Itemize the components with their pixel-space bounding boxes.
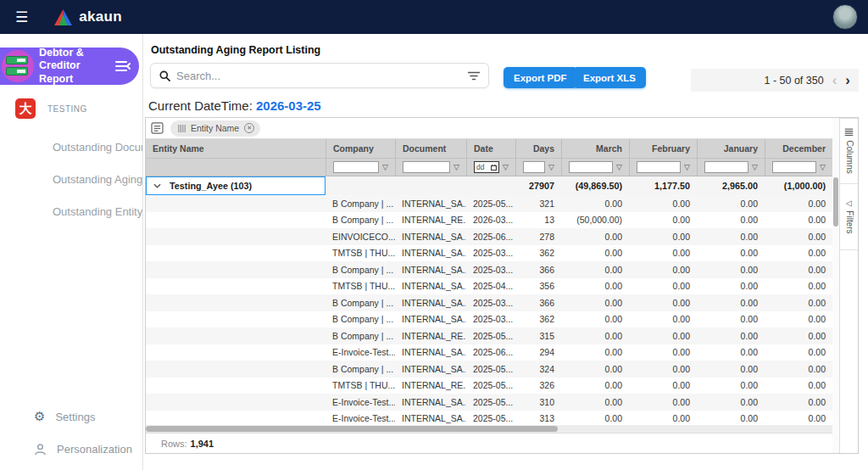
cell-document[interactable]: INTERNAL_SA... [395,394,466,411]
company-funnel-icon[interactable]: ▽ [382,163,388,171]
cell-document[interactable]: INTERNAL_SA... [395,261,466,278]
january-funnel-icon[interactable]: ▽ [752,163,758,171]
december-filter-input[interactable] [772,161,816,173]
cell-document[interactable]: INTERNAL_SA... [395,195,466,212]
cell-december[interactable]: 0.00 [765,327,832,344]
document-filter-input[interactable] [403,161,450,173]
sidebar-item-outstanding-aging[interactable]: Outstanding Aging Repo [0,163,142,195]
cell-document[interactable]: INTERNAL_SA... [395,411,466,426]
vertical-scrollbar[interactable] [832,118,839,453]
table-row[interactable]: B Company | ... INTERNAL_SA... 2025-03..… [146,294,832,311]
cell-march[interactable]: 0.00 [561,311,629,328]
group-cell-entity[interactable]: Testing_Ayee (103) [146,176,326,195]
cell-december[interactable]: 0.00 [765,261,832,278]
table-row[interactable]: B Company | ... INTERNAL_SA... 2025-03..… [146,261,832,278]
cell-march[interactable]: 0.00 [561,261,629,278]
cell-date[interactable]: 2025-03... [466,245,515,262]
cell-january[interactable]: 0.00 [697,411,765,426]
cell-company[interactable]: B Company | ... [326,195,395,212]
cell-december[interactable]: 0.00 [765,195,832,212]
filter-list-icon[interactable] [468,71,480,81]
days-funnel-icon[interactable]: ▽ [548,163,554,171]
cell-january[interactable]: 0.00 [697,228,765,245]
cell-company[interactable]: B Company | ... [326,294,395,311]
table-row[interactable]: B Company | ... INTERNAL_RE... 2025-05..… [146,327,832,344]
cell-days[interactable]: 278 [515,228,561,245]
cell-january[interactable]: 0.00 [697,278,765,295]
prev-page-icon[interactable]: ‹ [832,73,837,87]
cell-company[interactable]: TMTSB | THU... [326,278,395,295]
cell-company[interactable]: E-Invoice-Test... [326,411,395,426]
cell-february[interactable]: 0.00 [629,394,697,411]
cell-march[interactable]: 0.00 [561,378,629,394]
personalization-item[interactable]: Personalization [0,433,142,465]
cell-days[interactable]: 356 [515,278,561,295]
cell-december[interactable]: 0.00 [765,378,832,394]
cell-date[interactable]: 2025-06... [466,344,515,361]
cell-days[interactable]: 362 [515,311,561,328]
table-row[interactable]: EINVOICECO... INTERNAL_SA... 2025-06... … [146,228,832,245]
chip-remove-icon[interactable]: ✕ [244,123,254,133]
date-filter-input[interactable]: dd [474,161,499,173]
cell-december[interactable]: 0.00 [765,294,832,311]
cell-january[interactable]: 0.00 [697,327,765,344]
table-row[interactable]: TMTSB | THU... INTERNAL_SA... 2025-03...… [146,245,832,262]
cell-document[interactable]: INTERNAL_SA... [395,361,466,378]
user-avatar[interactable] [832,4,858,30]
cell-days[interactable]: 13 [515,212,561,229]
cell-february[interactable]: 0.00 [629,228,697,245]
cell-february[interactable]: 0.00 [629,212,697,229]
chevron-down-icon[interactable] [153,183,161,188]
cell-date[interactable]: 2026-03... [466,212,515,229]
cell-january[interactable]: 0.00 [697,212,765,229]
cell-date[interactable]: 2025-03... [466,311,515,328]
cell-company[interactable]: B Company | ... [326,327,395,344]
table-row[interactable]: B Company | ... INTERNAL_SA... 2025-05..… [146,195,832,212]
cell-document[interactable]: INTERNAL_RE... [395,212,466,229]
cell-march[interactable]: 0.00 [561,411,629,426]
cell-february[interactable]: 0.00 [629,294,697,311]
cell-days[interactable]: 310 [515,394,561,411]
cell-date[interactable]: 2025-06... [466,228,515,245]
cell-document[interactable]: INTERNAL_RE... [395,378,466,394]
cell-march[interactable]: 0.00 [561,344,629,361]
document-funnel-icon[interactable]: ▽ [453,163,459,171]
january-filter-input[interactable] [704,161,748,173]
cell-december[interactable]: 0.00 [765,228,832,245]
cell-date[interactable]: 2025-05... [466,361,515,378]
cell-company[interactable]: B Company | ... [326,361,395,378]
group-panel-icon[interactable] [151,122,164,134]
cell-company[interactable]: E-Invoice-Test... [326,344,395,361]
sidebar-collapse-icon[interactable] [115,60,131,72]
cell-january[interactable]: 0.00 [697,245,765,262]
december-funnel-icon[interactable]: ▽ [820,163,826,171]
table-row[interactable]: B Company | ... INTERNAL_SA... 2025-03..… [146,311,832,328]
cell-document[interactable]: INTERNAL_SA... [395,228,466,245]
cell-january[interactable]: 0.00 [697,344,765,361]
cell-march[interactable]: 0.00 [561,245,629,262]
table-row[interactable]: B Company | ... INTERNAL_RE... 2026-03..… [146,212,832,229]
february-funnel-icon[interactable]: ▽ [684,163,690,171]
cell-march[interactable]: 0.00 [561,327,629,344]
cell-company[interactable]: TMTSB | THU... [326,378,395,394]
cell-march[interactable]: (50,000.00) [561,212,629,229]
col-header-january[interactable]: January [697,139,765,158]
table-row[interactable]: E-Invoice-Test... INTERNAL_SA... 2025-05… [146,411,832,426]
cell-days[interactable]: 313 [515,411,561,426]
settings-item[interactable]: ⚙ Settings [0,400,142,433]
cell-january[interactable]: 0.00 [697,394,765,411]
group-chip-entity-name[interactable]: Entity Name ✕ [170,120,260,137]
cell-document[interactable]: INTERNAL_SA... [395,311,466,328]
cell-february[interactable]: 0.00 [629,278,697,295]
february-filter-input[interactable] [637,161,681,173]
cell-march[interactable]: 0.00 [561,294,629,311]
cell-company[interactable]: E-Invoice-Test... [326,394,395,411]
cell-date[interactable]: 2025-05... [466,378,515,394]
cell-january[interactable]: 0.00 [697,311,765,328]
cell-company[interactable]: TMTSB | THU... [326,245,395,262]
cell-january[interactable]: 0.00 [697,195,765,212]
sidebar-item-outstanding-entity[interactable]: Outstanding Entity Repor [0,195,142,227]
cell-february[interactable]: 0.00 [629,344,697,361]
tab-columns[interactable]: Columns [840,118,858,184]
export-pdf-button[interactable]: Export PDF [504,67,577,88]
